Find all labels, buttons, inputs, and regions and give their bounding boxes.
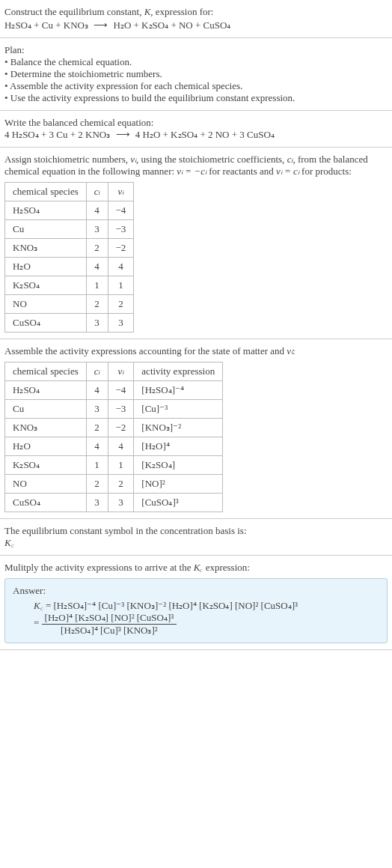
cell: NO [5,295,87,314]
table-row: K₂SO₄11[K₂SO₄] [5,456,223,475]
kc-expression-line2: = [H₂O]⁴ [K₂SO₄] [NO]² [CuSO₄]³ [H₂SO₄]⁴… [13,612,379,637]
kc-symbol: K꜀ [4,537,388,549]
activity-heading: Assemble the activity expressions accoun… [4,345,388,357]
eq-rhs: 4 H₂O + K₂SO₄ + 2 NO + 3 CuSO₄ [135,129,275,140]
relation: νᵢ = −cᵢ [177,166,206,177]
table-row: KNO₃2−2 [5,239,134,258]
answer-label: Answer: [13,585,379,597]
section-balanced: Write the balanced chemical equation: 4 … [0,111,392,148]
balanced-heading: Write the balanced chemical equation: [4,117,388,129]
var-vi: νᵢ [130,154,136,165]
cell: −3 [108,220,134,239]
cell: 1 [108,456,134,475]
eq-lhs: 4 H₂SO₄ + 3 Cu + 2 KNO₃ [4,129,110,140]
cell: [H₂SO₄]⁻⁴ [134,381,223,400]
table-row: Cu3−3[Cu]⁻³ [5,400,223,419]
denominator: [H₂SO₄]⁴ [Cu]³ [KNO₃]² [42,625,177,637]
cell: 3 [86,400,108,419]
cell: H₂SO₄ [5,381,87,400]
cell: −4 [108,381,134,400]
section-stoich: Assign stoichiometric numbers, νᵢ, using… [0,148,392,339]
cell: K₂SO₄ [5,276,87,295]
table-row: H₂O44[H₂O]⁴ [5,437,223,456]
table-header-row: chemical species cᵢ νᵢ [5,183,134,201]
section-plan: Plan: • Balance the chemical equation. •… [0,38,392,111]
plan-item: • Determine the stoichiometric numbers. [4,68,388,80]
cell: 4 [86,437,108,456]
cell: −2 [108,419,134,437]
arrow-icon: ⟶ [91,19,111,31]
text: Assemble the activity expressions accoun… [4,345,287,356]
col-ci: cᵢ [86,362,108,381]
cell: [Cu]⁻³ [134,400,223,419]
table-row: K₂SO₄11 [5,276,134,295]
cell: −4 [108,201,134,220]
table-row: CuSO₄33[CuSO₄]³ [5,494,223,512]
cell: 1 [86,456,108,475]
cell: 2 [86,419,108,437]
var-vi: νᵢ [287,345,293,356]
text: , using the stoichiometric coefficients, [136,154,287,165]
table-header-row: chemical species cᵢ νᵢ activity expressi… [5,362,223,381]
cell: KNO₃ [5,419,87,437]
eq-lhs: H₂SO₄ + Cu + KNO₃ [4,19,88,31]
cell: 1 [108,276,134,295]
cell: K₂SO₄ [5,456,87,475]
multiply-text: Mulitply the activity expressions to arr… [4,562,388,574]
cell: CuSO₄ [5,314,87,333]
cell: 3 [86,314,108,333]
table-row: Cu3−3 [5,220,134,239]
text: Construct the equilibrium constant, [4,6,144,17]
cell: 4 [108,258,134,276]
cell: 2 [86,475,108,494]
section-kc-symbol: The equilibrium constant symbol in the c… [0,519,392,556]
cell: −2 [108,239,134,258]
answer-box: Answer: K꜀ = [H₂SO₄]⁻⁴ [Cu]⁻³ [KNO₃]⁻² [… [4,578,388,643]
cell: [NO]² [134,475,223,494]
cell: 3 [86,220,108,239]
kc-text: The equilibrium constant symbol in the c… [4,525,388,537]
cell: 3 [108,494,134,512]
text: for products: [299,166,352,177]
cell: CuSO₄ [5,494,87,512]
balanced-equation: 4 H₂SO₄ + 3 Cu + 2 KNO₃ ⟶ 4 H₂O + K₂SO₄ … [4,129,388,141]
cell: 2 [108,475,134,494]
arrow-icon: ⟶ [113,129,133,140]
cell: 4 [86,201,108,220]
numerator: [H₂O]⁴ [K₂SO₄] [NO]² [CuSO₄]³ [42,612,177,625]
equals: = [43,600,54,611]
kc: K꜀ [34,600,43,611]
product-expression: [H₂SO₄]⁻⁴ [Cu]⁻³ [KNO₃]⁻² [H₂O]⁴ [K₂SO₄]… [54,600,298,611]
cell: 2 [108,295,134,314]
section-activity: Assemble the activity expressions accoun… [0,339,392,519]
cell: 4 [108,437,134,456]
cell: Cu [5,220,87,239]
cell: −3 [108,400,134,419]
col-species: chemical species [5,183,87,201]
plan-item: • Use the activity expressions to build … [4,92,388,104]
table-row: CuSO₄33 [5,314,134,333]
table-row: KNO₃2−2[KNO₃]⁻² [5,419,223,437]
col-ci: cᵢ [86,183,108,201]
cell: [K₂SO₄] [134,456,223,475]
table-row: H₂SO₄4−4[H₂SO₄]⁻⁴ [5,381,223,400]
cell: H₂O [5,437,87,456]
unbalanced-equation: H₂SO₄ + Cu + KNO₃ ⟶ H₂O + K₂SO₄ + NO + C… [4,19,388,31]
section-answer: Mulitply the activity expressions to arr… [0,556,392,650]
section-construct: Construct the equilibrium constant, K, e… [0,0,392,38]
col-vi: νᵢ [108,183,134,201]
text: : [293,345,295,356]
construct-text: Construct the equilibrium constant, K, e… [4,6,388,18]
cell: KNO₃ [5,239,87,258]
col-species: chemical species [5,362,87,381]
cell: [CuSO₄]³ [134,494,223,512]
relation: νᵢ = cᵢ [276,166,299,177]
cell: NO [5,475,87,494]
eq-rhs: H₂O + K₂SO₄ + NO + CuSO₄ [114,19,231,31]
cell: 2 [86,239,108,258]
text: expression: [203,562,249,573]
text: for reactants and [206,166,276,177]
cell: 2 [86,295,108,314]
cell: [H₂O]⁴ [134,437,223,456]
text: , expression for: [150,6,213,17]
